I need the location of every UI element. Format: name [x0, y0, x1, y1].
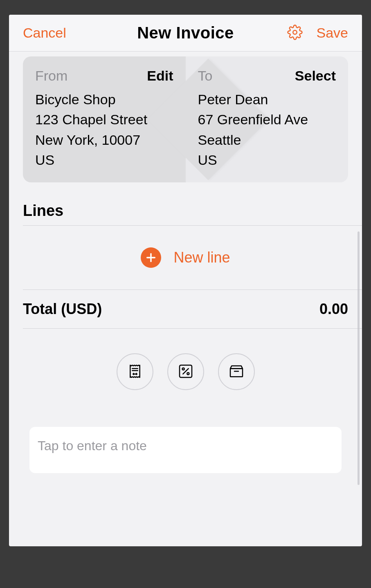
note-placeholder: Tap to enter a note	[38, 438, 147, 453]
plus-icon	[141, 247, 161, 268]
from-street: 123 Chapel Street	[35, 110, 173, 130]
svg-rect-9	[230, 368, 243, 377]
svg-point-0	[293, 30, 297, 34]
archive-button[interactable]	[218, 353, 255, 390]
lines-section-title: Lines	[23, 202, 348, 225]
total-value: 0.00	[319, 301, 348, 318]
from-country: US	[35, 150, 173, 170]
total-row: Total (USD) 0.00	[9, 290, 362, 328]
note-input[interactable]: Tap to enter a note	[29, 427, 342, 473]
cancel-button[interactable]: Cancel	[23, 25, 66, 41]
archive-box-icon	[228, 363, 245, 381]
to-panel[interactable]: To Select Peter Dean 67 Greenfield Ave S…	[186, 56, 349, 182]
new-line-button[interactable]: New line	[9, 226, 362, 290]
total-label: Total (USD)	[23, 301, 102, 318]
svg-point-8	[187, 373, 189, 375]
percent-icon	[178, 363, 194, 381]
page-title: New Invoice	[137, 24, 234, 42]
receipt-icon	[127, 363, 143, 381]
settings-button[interactable]	[287, 25, 303, 41]
divider	[23, 328, 362, 329]
action-icons-row	[9, 353, 362, 390]
gear-icon	[287, 25, 303, 41]
scrollbar[interactable]	[358, 231, 360, 485]
receipt-button[interactable]	[117, 353, 153, 390]
edit-from-button[interactable]: Edit	[147, 68, 173, 84]
to-country: US	[198, 150, 336, 170]
address-card: From Edit Bicycle Shop 123 Chapel Street…	[23, 56, 348, 182]
save-button[interactable]: Save	[317, 25, 349, 41]
from-label: From	[35, 68, 67, 84]
to-city: Seattle	[198, 130, 336, 150]
svg-point-7	[182, 368, 184, 370]
select-to-button[interactable]: Select	[295, 68, 336, 84]
new-line-label: New line	[173, 249, 230, 266]
discount-button[interactable]	[167, 353, 204, 390]
from-city: New York, 10007	[35, 130, 173, 150]
navigation-bar: Cancel New Invoice Save	[9, 15, 362, 52]
to-street: 67 Greenfield Ave	[198, 110, 336, 130]
to-label: To	[198, 68, 213, 84]
to-name: Peter Dean	[198, 90, 336, 110]
from-panel[interactable]: From Edit Bicycle Shop 123 Chapel Street…	[23, 56, 186, 182]
from-name: Bicycle Shop	[35, 90, 173, 110]
